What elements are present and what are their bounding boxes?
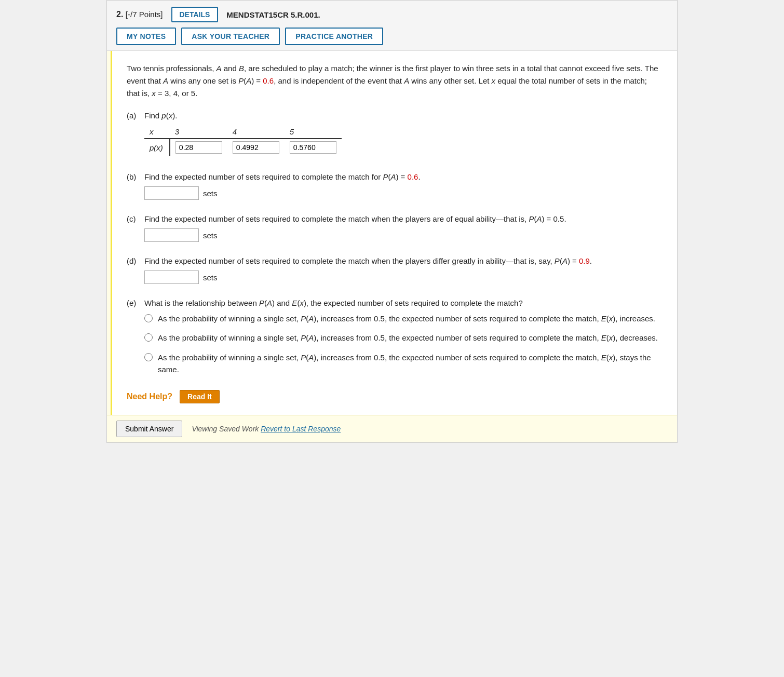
part-d-label: (d) [127,256,139,265]
px-val4-input[interactable] [233,141,279,154]
radio-input-1[interactable] [144,314,153,322]
radio-option-2[interactable]: As the probability of winning a single s… [144,332,660,344]
part-b-sets-label: sets [203,189,218,198]
part-d-input[interactable] [144,270,199,284]
revert-link[interactable]: Revert to Last Response [261,425,341,433]
radio-option-3[interactable]: As the probability of winning a single s… [144,351,660,376]
part-e-label: (e) [127,299,139,307]
part-b-input-row: sets [144,186,660,200]
part-e-options: As the probability of winning a single s… [144,313,660,375]
part-e-section: (e) What is the relationship between P(A… [127,299,660,375]
practice-another-button[interactable]: PRACTICE ANOTHER [285,28,383,45]
part-c-input-row: sets [144,228,660,242]
part-d-input-row: sets [144,270,660,284]
part-c-question: Find the expected number of sets require… [144,214,660,223]
px-label: p(x) [144,139,170,156]
part-e-question: What is the relationship between P(A) an… [144,299,660,307]
problem-statement: Two tennis professionals, A and B, are s… [127,62,660,100]
problem-code: MENDSTAT15CR 5.R.001. [226,10,320,19]
part-b-section: (b) Find the expected number of sets req… [127,172,660,200]
part-d-section: (d) Find the expected number of sets req… [127,256,660,284]
submit-answer-button[interactable]: Submit Answer [116,421,182,437]
part-a-section: (a) Find p(x). x 3 4 5 p(x) [127,111,660,158]
details-button[interactable]: DETAILS [171,7,219,22]
read-it-button[interactable]: Read It [180,390,220,403]
part-a-question: Find p(x). [144,111,660,120]
yellow-accent-bar [107,51,112,415]
px-val5-input[interactable] [290,141,336,154]
need-help-label: Need Help? [127,392,172,401]
part-c-input[interactable] [144,228,199,242]
radio-text-3: As the probability of winning a single s… [158,351,660,376]
col3-header: 3 [170,125,227,139]
part-c-section: (c) Find the expected number of sets req… [127,214,660,242]
part-d-sets-label: sets [203,273,218,282]
px-val3-cell[interactable] [170,139,227,156]
part-c-label: (c) [127,214,139,223]
radio-input-2[interactable] [144,333,153,342]
x-header: x [144,125,170,139]
px-val4-cell[interactable] [227,139,285,156]
bottom-bar: Submit Answer Viewing Saved Work Revert … [107,415,677,442]
radio-text-2: As the probability of winning a single s… [158,332,658,344]
problem-number: 2. [-/7 Points] [116,10,163,19]
radio-option-1[interactable]: As the probability of winning a single s… [144,313,660,324]
part-b-input[interactable] [144,186,199,200]
px-val5-cell[interactable] [285,139,342,156]
px-val3-input[interactable] [175,141,222,154]
col5-header: 5 [285,125,342,139]
radio-text-1: As the probability of winning a single s… [158,313,655,324]
radio-input-3[interactable] [144,353,153,361]
part-c-sets-label: sets [203,231,218,240]
ask-teacher-button[interactable]: ASK YOUR TEACHER [181,28,280,45]
saved-work-text: Viewing Saved Work Revert to Last Respon… [192,425,341,433]
col4-header: 4 [227,125,285,139]
part-b-label: (b) [127,172,139,181]
part-d-question: Find the expected number of sets require… [144,256,660,265]
my-notes-button[interactable]: MY NOTES [116,28,176,45]
px-table: x 3 4 5 p(x) [144,125,342,156]
need-help-section: Need Help? Read It [127,390,660,403]
part-a-label: (a) [127,111,139,120]
part-b-question: Find the expected number of sets require… [144,172,660,181]
